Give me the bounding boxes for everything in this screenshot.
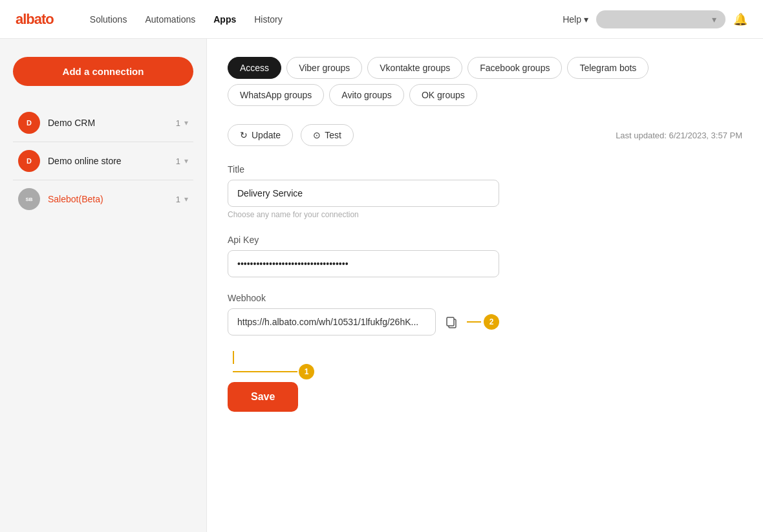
test-button[interactable]: ⊙ Test bbox=[301, 124, 354, 146]
search-input[interactable] bbox=[605, 14, 708, 24]
save-area: 1 Save bbox=[228, 351, 499, 412]
tab-avito-groups[interactable]: Avito groups bbox=[329, 84, 404, 106]
webhook-label: Webhook bbox=[228, 293, 499, 303]
test-label: Test bbox=[325, 130, 341, 140]
nav-automations[interactable]: Automations bbox=[145, 14, 195, 25]
chevron-down-icon: ▾ bbox=[712, 14, 716, 25]
nav: Solutions Automations Apps History bbox=[90, 14, 542, 25]
api-key-input[interactable] bbox=[228, 250, 499, 277]
copy-icon bbox=[445, 315, 458, 328]
avatar-demo-crm: D bbox=[18, 112, 40, 134]
tab-access[interactable]: Access bbox=[228, 57, 281, 79]
webhook-group: Webhook 2 bbox=[228, 293, 499, 335]
webhook-row: 2 bbox=[228, 308, 499, 335]
tab-facebook-groups[interactable]: Facebook groups bbox=[467, 57, 562, 79]
header-right: Help ▾ ▾ 🔔 bbox=[563, 10, 747, 28]
sidebar-item-name: Demo CRM bbox=[48, 118, 176, 128]
tab-ok-groups[interactable]: OK groups bbox=[409, 84, 477, 106]
sidebar-item-demo-crm[interactable]: D Demo CRM 1 ▾ bbox=[13, 104, 193, 142]
update-icon: ↻ bbox=[240, 130, 248, 140]
sidebar-item-count: 1 bbox=[176, 118, 180, 128]
tab-viber-groups[interactable]: Viber groups bbox=[286, 57, 362, 79]
title-hint: Choose any name for your connection bbox=[228, 210, 499, 219]
step2-badge: 2 bbox=[484, 314, 499, 330]
help-button[interactable]: Help ▾ bbox=[563, 14, 588, 25]
notification-bell-icon[interactable]: 🔔 bbox=[733, 12, 747, 27]
copy-webhook-button[interactable] bbox=[441, 312, 462, 332]
nav-apps[interactable]: Apps bbox=[213, 14, 236, 25]
sidebar-item-name: Salebot(Beta) bbox=[48, 194, 176, 204]
webhook-input[interactable] bbox=[228, 308, 436, 335]
sidebar-item-salebot[interactable]: SB Salebot(Beta) 1 ▾ bbox=[13, 180, 193, 218]
api-key-label: Api Key bbox=[228, 235, 499, 245]
update-button[interactable]: ↻ Update bbox=[228, 124, 293, 146]
update-label: Update bbox=[252, 130, 281, 140]
main-layout: Add a connection D Demo CRM 1 ▾ D Demo o… bbox=[0, 39, 763, 532]
tabs-bar: Access Viber groups Vkontakte groups Fac… bbox=[228, 57, 742, 106]
avatar-demo-online-store: D bbox=[18, 150, 40, 172]
add-connection-button[interactable]: Add a connection bbox=[13, 57, 193, 86]
avatar-salebot: SB bbox=[18, 188, 40, 210]
test-icon: ⊙ bbox=[313, 130, 321, 140]
title-input[interactable] bbox=[228, 180, 499, 207]
api-key-group: Api Key bbox=[228, 235, 499, 277]
tab-vkontakte-groups[interactable]: Vkontakte groups bbox=[367, 57, 462, 79]
chevron-down-icon: ▾ bbox=[184, 118, 188, 127]
tab-telegram-bots[interactable]: Telegram bots bbox=[567, 57, 649, 79]
svg-rect-1 bbox=[447, 317, 454, 326]
action-bar: ↻ Update ⊙ Test Last updated: 6/21/2023,… bbox=[228, 124, 742, 146]
sidebar: Add a connection D Demo CRM 1 ▾ D Demo o… bbox=[0, 39, 207, 532]
step2-annotation: 2 bbox=[467, 314, 499, 330]
annotation-line bbox=[467, 321, 481, 323]
connection-form: Title Choose any name for your connectio… bbox=[228, 164, 499, 412]
save-button[interactable]: Save bbox=[228, 382, 298, 412]
sidebar-item-name: Demo online store bbox=[48, 156, 176, 166]
chevron-down-icon: ▾ bbox=[584, 14, 588, 25]
title-group: Title Choose any name for your connectio… bbox=[228, 164, 499, 219]
nav-solutions[interactable]: Solutions bbox=[90, 14, 127, 25]
content-area: Access Viber groups Vkontakte groups Fac… bbox=[207, 39, 763, 532]
search-bar: ▾ bbox=[596, 10, 725, 28]
chevron-down-icon: ▾ bbox=[184, 156, 188, 165]
sidebar-item-demo-online-store[interactable]: D Demo online store 1 ▾ bbox=[13, 142, 193, 180]
title-label: Title bbox=[228, 164, 499, 175]
header: albato Solutions Automations Apps Histor… bbox=[0, 0, 763, 39]
chevron-down-icon: ▾ bbox=[184, 195, 188, 204]
last-updated-text: Last updated: 6/21/2023, 3:57 PM bbox=[616, 131, 742, 140]
help-label: Help bbox=[563, 14, 581, 25]
sidebar-item-count: 1 bbox=[176, 156, 180, 166]
sidebar-item-count: 1 bbox=[176, 195, 180, 204]
nav-history[interactable]: History bbox=[254, 14, 283, 25]
tab-whatsapp-groups[interactable]: WhatsApp groups bbox=[228, 84, 324, 106]
sidebar-items: D Demo CRM 1 ▾ D Demo online store 1 ▾ S… bbox=[13, 104, 193, 218]
step1-badge: 1 bbox=[299, 364, 314, 379]
logo: albato bbox=[16, 11, 54, 28]
